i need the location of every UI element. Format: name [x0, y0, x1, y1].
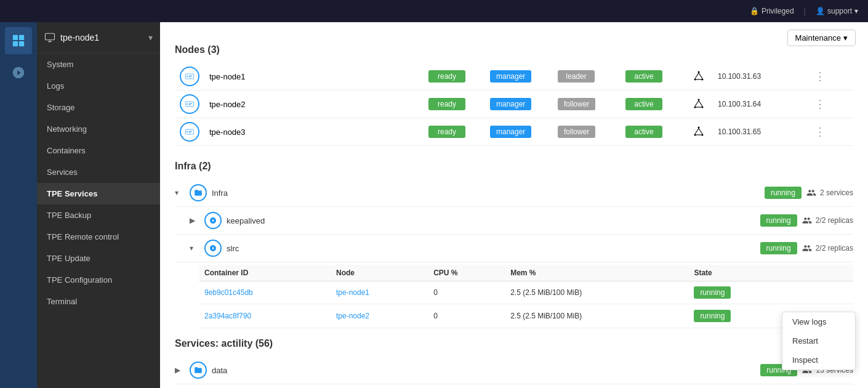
svg-rect-10 [189, 77, 191, 78]
folder-icon [190, 184, 207, 201]
svg-point-31 [698, 126, 700, 128]
nodes-section: Nodes (3) [175, 44, 853, 146]
service-status-badge: running [760, 242, 797, 254]
sidebar-item-terminal[interactable]: Terminal [37, 291, 160, 312]
container-state-badge: running [694, 286, 731, 299]
context-menu-view-logs[interactable]: View logs [782, 312, 855, 331]
infra-group-name: Infra [212, 188, 760, 198]
replicas-icon [802, 216, 812, 225]
sidebar-item-logs[interactable]: Logs [37, 75, 160, 97]
svg-point-8 [187, 76, 188, 77]
sidebar-item-services[interactable]: Services [37, 161, 160, 183]
node-state-badge: active [625, 70, 662, 83]
svg-rect-2 [13, 41, 18, 46]
svg-line-15 [699, 73, 702, 78]
node-role-badge: manager [490, 70, 531, 83]
service-group-expand-button[interactable]: ▶ [175, 366, 185, 374]
service-icon [204, 240, 222, 257]
service-replicas-info: 2/2 replicas [802, 216, 853, 225]
service-replicas-info: 2/2 replicas [802, 243, 853, 253]
sidebar-item-tpe-configuration[interactable]: TPE Configuration [37, 269, 160, 291]
service-name: slrc [227, 244, 755, 253]
service-status-badge: running [760, 214, 797, 227]
svg-point-11 [698, 71, 700, 73]
container-node-link[interactable]: tpe-node1 [336, 288, 369, 297]
col-header-state: State [689, 265, 795, 281]
top-bar: 🔒 Privileged | 👤 support ▾ [0, 0, 868, 22]
sidebar-item-tpe-update[interactable]: TPE Update [37, 248, 160, 269]
container-id-link[interactable]: 2a394ac8f790 [204, 312, 251, 320]
node-name: tpe-node2 [209, 100, 246, 109]
user-menu[interactable]: 👤 support ▾ [816, 7, 858, 15]
nav-header[interactable]: tpe-node1 ▾ [37, 22, 160, 54]
context-menu-inspect[interactable]: Inspect [782, 350, 855, 370]
svg-point-18 [187, 103, 188, 105]
sidebar-item-system[interactable]: System [37, 54, 160, 75]
node-name: tpe-node3 [209, 127, 246, 137]
table-row: 2a394ac8f790 tpe-node2 0 2.5 (2.5 MiB/10… [199, 304, 853, 328]
svg-point-28 [187, 131, 188, 132]
infra-section: Infra (2) ▾ Infra running 2 services [175, 161, 853, 328]
service-expand-button[interactable]: ▶ [190, 216, 199, 225]
sidebar-icon-paint[interactable] [5, 59, 32, 86]
nodes-title: Nodes (3) [175, 44, 853, 55]
table-row: 9eb9c01c45db tpe-node1 0 2.5 (2.5 MiB/10… [199, 281, 853, 304]
node-more-button[interactable]: ⋮ [812, 70, 828, 83]
context-menu-restart[interactable]: Restart [782, 331, 855, 350]
svg-rect-0 [13, 35, 18, 40]
sidebar-item-tpe-backup[interactable]: TPE Backup [37, 204, 160, 226]
main-layout: tpe-node1 ▾ System Logs Storage Networki… [0, 22, 868, 388]
node-status-badge: ready [428, 126, 465, 138]
service-row: ▶ keepalived running 2/2 replicas [175, 207, 853, 235]
svg-rect-3 [19, 41, 24, 46]
container-mem: 2.5 (2.5 MiB/100 MiB) [505, 281, 689, 304]
content-area: Maintenance ▾ Nodes (3) [160, 22, 868, 388]
services-actility-section: Services: actility (56) ▶ data running 1… [175, 338, 853, 384]
infra-replicas-info: 2 services [806, 188, 853, 198]
node-more-button[interactable]: ⋮ [812, 126, 828, 138]
node-status-badge: ready [428, 70, 465, 83]
service-row: ▾ slrc running 2/2 replicas [175, 235, 853, 262]
sidebar-item-containers[interactable]: Containers [37, 140, 160, 161]
node-state-badge: active [625, 98, 662, 110]
nav-header-chevron-icon: ▾ [148, 33, 153, 42]
node-icon [180, 67, 199, 86]
col-header-node: Node [331, 265, 428, 281]
node-availability-badge: leader [558, 70, 595, 83]
container-mem: 2.5 (2.5 MiB/100 MiB) [505, 304, 689, 328]
infra-expand-button[interactable]: ▾ [175, 188, 185, 197]
node-more-button[interactable]: ⋮ [812, 98, 828, 110]
container-cpu: 0 [428, 304, 505, 328]
svg-line-24 [695, 100, 699, 106]
maintenance-button[interactable]: Maintenance ▾ [787, 30, 856, 46]
user-chevron-icon: ▾ [854, 7, 858, 15]
sidebar-item-tpe-remote-control[interactable]: TPE Remote control [37, 226, 160, 248]
svg-rect-9 [189, 76, 192, 76]
container-node-link[interactable]: tpe-node2 [336, 312, 369, 320]
service-expand-button[interactable]: ▾ [190, 244, 199, 253]
table-row: tpe-node3 ready manager follower active [175, 118, 853, 146]
folder-icon [190, 362, 207, 379]
icon-sidebar [0, 22, 37, 388]
svg-line-14 [695, 73, 699, 78]
svg-rect-29 [189, 131, 192, 132]
sidebar-icon-dashboard[interactable] [5, 27, 32, 54]
nav-sidebar: tpe-node1 ▾ System Logs Storage Networki… [37, 22, 160, 388]
node-role-badge: manager [490, 126, 531, 138]
infra-status-badge: running [765, 187, 802, 199]
sidebar-item-storage[interactable]: Storage [37, 97, 160, 118]
service-group-name: data [212, 366, 755, 375]
node-icon [180, 94, 199, 114]
infra-group-row: ▾ Infra running 2 services [175, 179, 853, 207]
sidebar-item-networking[interactable]: Networking [37, 118, 160, 140]
node-name: tpe-node1 [209, 72, 246, 81]
sidebar-item-tpe-services[interactable]: TPE Services [37, 183, 160, 204]
container-id-link[interactable]: 9eb9c01c45db [204, 288, 253, 297]
lock-icon: 🔒 [750, 7, 759, 15]
context-menu: View logs Restart Inspect [782, 312, 856, 370]
replicas-icon [802, 243, 812, 253]
svg-rect-4 [46, 33, 55, 40]
node-availability-badge: follower [558, 126, 595, 138]
svg-rect-19 [189, 103, 192, 104]
privilege-indicator: 🔒 Privileged [750, 7, 794, 15]
